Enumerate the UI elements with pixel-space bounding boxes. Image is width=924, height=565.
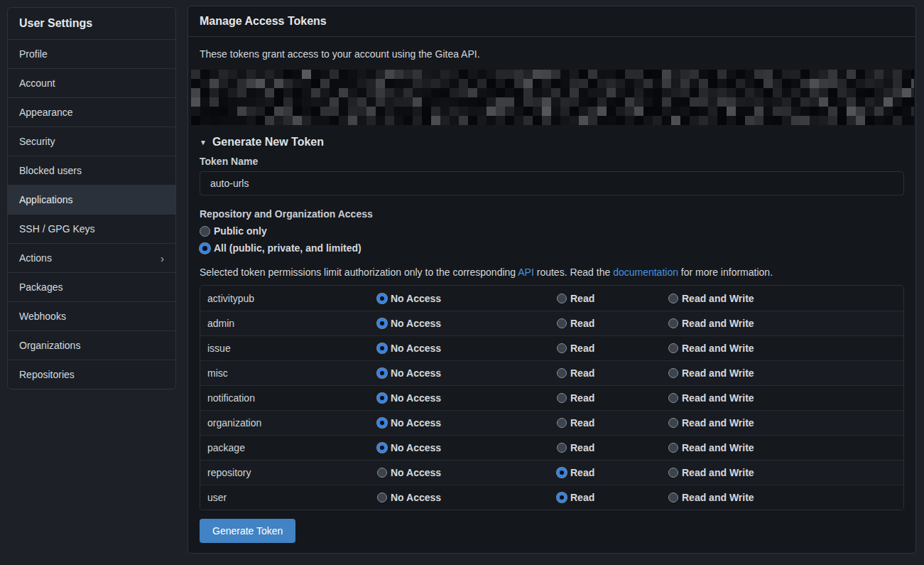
radio-unselected-icon[interactable] [668, 468, 678, 478]
documentation-link[interactable]: documentation [613, 267, 678, 278]
radio-unselected-icon[interactable] [668, 343, 678, 353]
api-link[interactable]: API [518, 267, 534, 278]
collapse-triangle-icon: ▼ [200, 139, 207, 146]
radio-unselected-icon[interactable] [377, 493, 387, 502]
generate-token-button[interactable]: Generate Token [200, 519, 295, 543]
permission-option-notification-no-access[interactable]: No Access [377, 392, 557, 404]
permission-option-issue-no-access[interactable]: No Access [377, 343, 557, 354]
permission-option-issue-read-and-write[interactable]: Read and Write [668, 343, 903, 354]
radio-unselected-icon[interactable] [668, 418, 678, 428]
radio-unselected-icon[interactable] [557, 368, 567, 378]
panel-body: These tokens grant access to your accoun… [188, 37, 915, 550]
permission-option-misc-no-access[interactable]: No Access [377, 367, 557, 379]
sidebar-item-webhooks[interactable]: Webhooks [8, 302, 175, 331]
radio-selected-icon[interactable] [377, 443, 387, 453]
radio-selected-icon[interactable] [377, 393, 387, 403]
permission-option-admin-read[interactable]: Read [557, 318, 668, 329]
radio-unselected-icon[interactable] [668, 318, 678, 328]
permission-option-package-read-and-write[interactable]: Read and Write [668, 442, 903, 453]
token-name-input[interactable] [200, 171, 904, 195]
permission-row-admin: adminNo AccessReadRead and Write [200, 311, 903, 335]
sidebar-item-actions[interactable]: Actions› [8, 244, 175, 273]
permission-option-issue-read[interactable]: Read [557, 343, 668, 354]
permission-option-user-no-access[interactable]: No Access [377, 492, 557, 503]
radio-unselected-icon[interactable] [377, 468, 387, 478]
radio-unselected-icon[interactable] [557, 418, 567, 428]
permission-option-repository-read-and-write[interactable]: Read and Write [668, 467, 903, 478]
note-text: Selected token permissions limit authori… [200, 267, 518, 278]
permission-option-organization-read[interactable]: Read [557, 417, 668, 429]
permission-option-admin-no-access[interactable]: No Access [377, 318, 557, 329]
radio-unselected-icon[interactable] [557, 318, 567, 328]
permission-scope-label: organization [200, 417, 377, 429]
permission-option-notification-read[interactable]: Read [557, 392, 668, 404]
sidebar-item-organizations[interactable]: Organizations [8, 331, 175, 360]
radio-unselected-icon[interactable] [668, 368, 678, 378]
radio-unselected-icon[interactable] [668, 393, 678, 403]
generate-section-title: Generate New Token [212, 136, 324, 149]
radio-selected-icon[interactable] [377, 368, 387, 378]
permission-option-admin-read-and-write[interactable]: Read and Write [668, 318, 903, 329]
generate-new-token-section: ▼ Generate New Token Token Name Reposito… [200, 135, 904, 543]
permission-option-label: Read [570, 367, 594, 379]
sidebar-item-ssh-gpg-keys[interactable]: SSH / GPG Keys [8, 215, 175, 244]
radio-unselected-icon[interactable] [668, 294, 678, 303]
permission-scope-label: misc [200, 367, 377, 379]
radio-selected-icon[interactable] [557, 468, 567, 478]
sidebar-item-repositories[interactable]: Repositories [8, 360, 175, 389]
permission-scope-label: package [200, 442, 377, 453]
permission-option-label: No Access [391, 318, 441, 329]
generate-new-token-toggle[interactable]: ▼ Generate New Token [200, 135, 904, 149]
permission-option-label: Read [570, 442, 594, 453]
scope-option-all-public-private-and-limited[interactable]: All (public, private, and limited) [200, 242, 904, 254]
sidebar-item-packages[interactable]: Packages [8, 273, 175, 302]
permission-option-package-no-access[interactable]: No Access [377, 442, 557, 453]
sidebar-item-profile[interactable]: Profile [8, 40, 175, 69]
sidebar-item-appearance[interactable]: Appearance [8, 98, 175, 127]
radio-unselected-icon[interactable] [668, 493, 678, 502]
radio-unselected-icon[interactable] [557, 443, 567, 453]
sidebar-item-blocked-users[interactable]: Blocked users [8, 156, 175, 185]
permission-option-repository-read[interactable]: Read [557, 467, 668, 478]
scope-option-public-only[interactable]: Public only [200, 225, 904, 237]
radio-selected-icon[interactable] [377, 343, 387, 353]
permission-option-label: Read and Write [682, 392, 754, 404]
radio-selected-icon[interactable] [377, 318, 387, 328]
radio-selected-icon[interactable] [377, 294, 387, 303]
permission-option-misc-read[interactable]: Read [557, 367, 668, 379]
radio-selected-icon[interactable] [200, 243, 210, 254]
permission-option-misc-read-and-write[interactable]: Read and Write [668, 367, 903, 379]
sidebar-item-applications[interactable]: Applications [8, 185, 175, 215]
permission-option-label: Read and Write [682, 467, 754, 478]
scope-section-label: Repository and Organization Access [200, 208, 904, 220]
sidebar-item-account[interactable]: Account [8, 69, 175, 98]
permission-option-notification-read-and-write[interactable]: Read and Write [668, 392, 903, 404]
permission-option-activitypub-read[interactable]: Read [557, 293, 668, 304]
radio-unselected-icon[interactable] [668, 443, 678, 453]
permission-option-label: Read [570, 392, 594, 404]
permission-option-label: Read and Write [682, 318, 754, 329]
permission-option-label: Read [570, 343, 594, 354]
radio-unselected-icon[interactable] [557, 343, 567, 353]
permission-option-organization-no-access[interactable]: No Access [377, 417, 557, 429]
radio-selected-icon[interactable] [377, 418, 387, 428]
permission-option-user-read-and-write[interactable]: Read and Write [668, 492, 903, 503]
permission-option-package-read[interactable]: Read [557, 442, 668, 453]
radio-unselected-icon[interactable] [557, 393, 567, 403]
permissions-note: Selected token permissions limit authori… [200, 265, 904, 279]
permission-row-notification: notificationNo AccessReadRead and Write [200, 385, 903, 410]
permission-option-user-read[interactable]: Read [557, 492, 668, 503]
sidebar-item-label: Repositories [19, 369, 75, 380]
permission-option-organization-read-and-write[interactable]: Read and Write [668, 417, 903, 429]
permission-row-issue: issueNo AccessReadRead and Write [200, 335, 903, 360]
permission-option-label: No Access [391, 492, 441, 503]
permission-option-repository-no-access[interactable]: No Access [377, 467, 557, 478]
permission-option-activitypub-read-and-write[interactable]: Read and Write [668, 293, 903, 304]
sidebar-item-label: Profile [19, 48, 48, 60]
radio-unselected-icon[interactable] [557, 294, 567, 303]
permission-option-activitypub-no-access[interactable]: No Access [377, 293, 557, 304]
sidebar-item-label: Account [19, 77, 55, 89]
radio-selected-icon[interactable] [557, 493, 567, 502]
sidebar-item-security[interactable]: Security [8, 127, 175, 156]
radio-unselected-icon[interactable] [200, 226, 210, 237]
